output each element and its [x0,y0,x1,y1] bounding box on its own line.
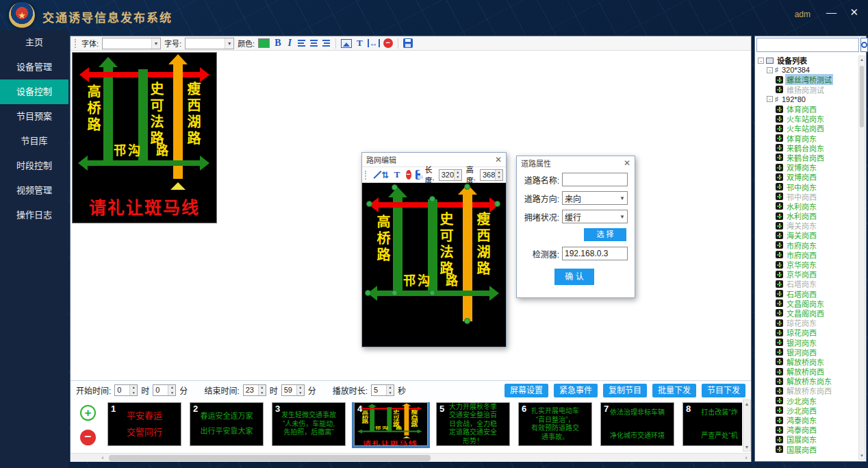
congestion-select[interactable]: 缓行▼ [562,210,628,223]
sidebar-item-5[interactable]: 节目库 [0,129,68,153]
device-node[interactable]: 银河岗西 [756,347,858,357]
device-node[interactable]: 来鹤台岗西 [756,153,858,162]
device-node[interactable]: 体育岗东 [756,134,858,143]
action-button-3[interactable]: 复制节目 [603,384,647,397]
start-hour-stepper[interactable]: 0▲▼ [114,384,138,396]
program-thumbnail-1[interactable]: 平安春运交警同行1 [107,402,181,446]
node-handle[interactable] [366,201,372,207]
select-button[interactable]: 选 择 [584,228,626,241]
device-node[interactable]: 双博岗西 [756,172,858,182]
action-button-4[interactable]: 批量下发 [652,384,696,397]
align-left-icon[interactable] [297,40,306,47]
node-handle[interactable] [494,201,500,207]
action-button-1[interactable]: 屏幕设置 [505,384,548,397]
fit-width-icon[interactable]: ↔ [368,39,380,47]
sidebar-item-8[interactable]: 操作日志 [0,203,68,227]
device-group[interactable]: -♯320*384 [756,65,858,75]
color-swatch[interactable] [258,38,270,48]
sign-preview[interactable]: 高桥路 史可法路 瘦西湖路 邗沟 路 请礼让斑马线 [72,52,217,223]
start-minute-stepper[interactable]: 0▲▼ [153,384,176,396]
device-node[interactable]: 体育岗西 [756,104,858,114]
text-tool-icon[interactable]: T [355,38,364,49]
program-thumbnail-5[interactable]: 大力开展秋冬季交通安全整治百日会战，全力稳定道路交通安全形势！5 [436,402,510,446]
device-node[interactable]: 邗中岗西 [756,192,858,201]
device-node[interactable]: 石塔岗西 [756,289,858,299]
device-node[interactable]: 解放桥东岗东 [756,376,858,386]
scroll-left-icon[interactable]: ‹ [98,454,107,462]
detector-field[interactable]: 192.168.0.3 [562,247,628,260]
program-thumbnail-7[interactable]: 依法治理非标车辆净化城市交通环境7 [600,402,674,446]
node-handle[interactable] [429,290,435,296]
length-stepper[interactable]: 320 ▲▼ [439,169,462,181]
device-node[interactable]: 银河岗东 [756,337,858,347]
device-node[interactable]: 解放桥东岗西 [756,386,858,395]
device-node[interactable]: 解放桥岗东 [756,357,858,367]
device-node[interactable]: 鸿泰岗西 [756,425,858,434]
end-minute-stepper[interactable]: 59▲▼ [281,384,305,396]
draw-line-icon[interactable] [372,171,377,180]
node-handle[interactable] [392,290,398,296]
confirm-button[interactable]: 确 认 [554,269,594,285]
device-node[interactable]: 海关岗东 [756,221,858,230]
dialog-close-icon[interactable]: ✕ [495,155,502,164]
double-arrow-icon[interactable]: ⇅ [381,171,389,180]
node-handle[interactable] [464,318,470,324]
save-icon[interactable] [416,170,421,180]
action-button-5[interactable]: 节目下发 [702,384,745,397]
device-node[interactable]: 沙北岗西 [756,406,858,415]
node-handle[interactable] [464,184,470,190]
align-center-icon[interactable] [309,40,318,47]
font-family-select[interactable]: ▼ [102,38,161,49]
sidebar-item-7[interactable]: 视频管理 [0,178,68,203]
sidebar-item-4[interactable]: 节目预案 [0,104,68,129]
search-button[interactable] [860,38,868,52]
device-tree-root[interactable]: -设备列表 [756,56,858,65]
road-name-field[interactable] [562,173,628,186]
device-node[interactable]: 双博岗东 [756,162,858,172]
device-group[interactable]: -♯192*80 [756,95,858,104]
device-node[interactable]: 京华岗东 [756,260,858,269]
tree-collapse-icon[interactable]: - [758,58,764,64]
insert-image-icon[interactable] [341,39,352,48]
horizontal-scrollbar[interactable]: ‹ › [71,453,751,462]
tree-collapse-icon[interactable]: - [767,67,773,73]
align-right-icon[interactable] [322,40,331,47]
end-hour-stepper[interactable]: 23▲▼ [243,384,266,396]
remove-icon[interactable]: − [383,38,393,48]
sidebar-item-2[interactable]: 设备管理 [0,55,68,79]
program-thumbnail-4[interactable]: 高桥路 史可法路 瘦西湖路 邗沟 路 请礼让斑马线 4 [354,402,428,446]
device-node[interactable]: 市府岗东 [756,241,858,250]
device-node[interactable]: 维扬岗测试 [756,85,858,95]
sidebar-item-1[interactable]: 主页 [0,30,68,55]
dialog-titlebar[interactable]: 道路属性 ✕ [517,156,635,170]
dialog-close-icon[interactable]: ✕ [624,158,630,168]
italic-icon[interactable]: I [286,38,294,49]
remove-program-button[interactable]: − [80,430,96,445]
bold-icon[interactable]: B [273,38,282,49]
device-node[interactable]: 石塔岗东 [756,279,858,288]
device-node[interactable]: 沙北岗东 [756,396,858,406]
device-node[interactable]: 水利岗东 [756,201,858,211]
save-icon[interactable] [403,38,413,48]
device-node[interactable]: 琼花岗东 [756,318,858,328]
device-node[interactable]: 国展岗东 [756,434,858,444]
device-node[interactable]: 鸿泰岗东 [756,415,858,425]
node-handle[interactable] [365,290,371,296]
thumbnail-vscrollbar[interactable]: ▲▼ [743,399,751,452]
device-node[interactable]: 国展岗西 [756,445,858,454]
duration-stepper[interactable]: 5▲▼ [371,384,394,396]
sidebar-item-3[interactable]: 设备控制 [0,79,68,104]
device-node[interactable]: 文昌阁岗西 [756,308,858,318]
device-node[interactable]: 京华岗西 [756,269,858,279]
minimize-button[interactable]: — [826,7,837,17]
program-thumbnail-8[interactable]: 打击改装“炸严查严处“机8 [682,402,742,446]
tree-vscrollbar[interactable]: ▲▼ [858,56,865,460]
device-node[interactable]: 邗中岗东 [756,182,858,191]
device-node[interactable]: 火车站岗东 [756,114,858,123]
road-direction-select[interactable]: 来向▼ [562,191,628,205]
add-program-button[interactable]: + [80,405,96,421]
device-node[interactable]: 螺丝湾桥测试 [756,75,858,84]
device-node[interactable]: 市府岗西 [756,250,858,260]
scrollbar-thumb[interactable] [109,455,431,461]
close-button[interactable]: ✕ [850,7,858,17]
